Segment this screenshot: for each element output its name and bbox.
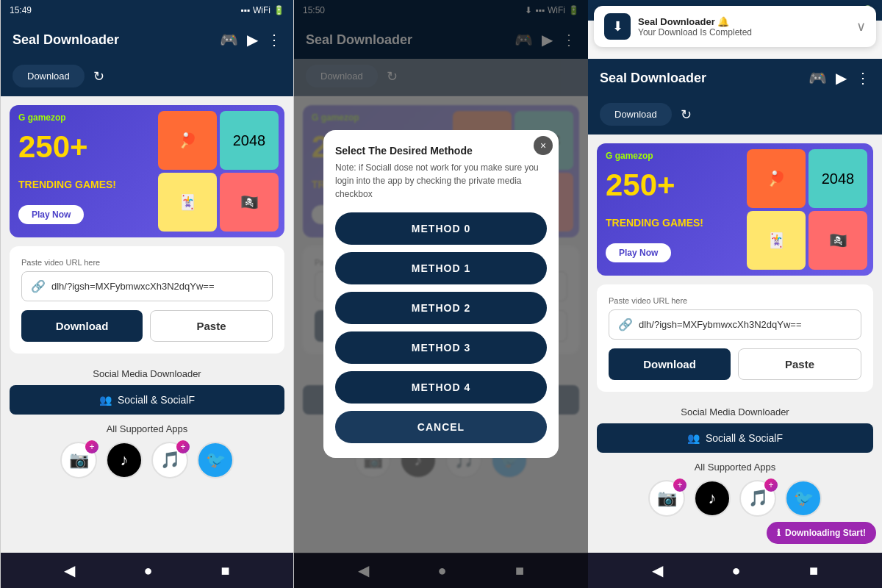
ad-number-1: 250+: [18, 132, 88, 162]
paste-button-1[interactable]: Paste: [150, 310, 273, 342]
download-button-1[interactable]: Download: [21, 310, 143, 342]
method-1-btn[interactable]: METHOD 1: [335, 252, 547, 284]
top-download-button-1[interactable]: Download: [12, 65, 85, 87]
url-label-1: Paste video URL here: [21, 258, 273, 267]
game-icon-3b: 2048: [808, 149, 867, 208]
ad-number-3: 250+: [606, 170, 675, 201]
download-bar-3: Download ↻: [588, 97, 882, 135]
game-icon-1: 🏓: [158, 111, 217, 170]
social-title-3: Social Media Downloader: [597, 406, 873, 417]
method-4-btn[interactable]: METHOD 4: [335, 371, 547, 404]
link-icon-1: 🔗: [31, 279, 46, 293]
recents-button-1[interactable]: ■: [220, 562, 229, 579]
social-title-1: Social Media Downloader: [10, 368, 284, 379]
game-icon-3a: 🏓: [747, 149, 806, 208]
insta-plus-3: +: [673, 478, 686, 492]
url-value-3: dlh/?igsh=MXFybmwxcXh3N2dqYw==: [639, 319, 852, 330]
ad-banner-3: × G gamezop 250+ TRENDING GAMES! Play No…: [597, 143, 873, 276]
url-label-3: Paste video URL here: [609, 296, 861, 305]
cancel-btn[interactable]: CANCEL: [335, 411, 547, 443]
url-actions-1: Download Paste: [21, 310, 273, 342]
url-section-3: Paste video URL here 🔗 dlh/?igsh=MXFybmw…: [597, 284, 873, 392]
nav-bar-1: ◀ ● ■: [1, 553, 293, 588]
phone-1: 15:49 ▪▪▪ WiFi 🔋 Seal Downloader 🎮 ▶ ⋮ D…: [0, 0, 294, 588]
home-button-1[interactable]: ●: [143, 562, 152, 579]
social-section-3: Social Media Downloader 👥 Sociall & Soci…: [597, 401, 873, 523]
content-3: × G gamezop 250+ TRENDING GAMES! Play No…: [588, 135, 882, 553]
ad-games-3: 🏓 2048 🃏 🏴‍☠️: [741, 143, 873, 276]
refresh-icon-3[interactable]: ↻: [681, 107, 692, 123]
url-input-container-1[interactable]: 🔗 dlh/?igsh=MXFybmwxcXh3N2dqYw==: [21, 271, 273, 301]
status-icons-1: ▪▪▪ WiFi 🔋: [240, 5, 284, 15]
people-icon-1: 👥: [99, 394, 112, 406]
social-button-1[interactable]: 👥 Sociall & SocialF: [10, 385, 284, 415]
time-1: 15:49: [10, 5, 32, 15]
status-bar-1: 15:49 ▪▪▪ WiFi 🔋: [1, 0, 293, 21]
app-title-3: Seal Downloader: [600, 71, 800, 86]
paste-button-3[interactable]: Paste: [738, 348, 861, 380]
gamepad-icon-3[interactable]: 🎮: [808, 69, 827, 87]
method-modal: × Select The Desired Methode Note: if So…: [323, 130, 559, 458]
url-actions-3: Download Paste: [609, 348, 861, 380]
phone-3: 15:50 ▪▪▪ WiFi 🔋 ⬇ Seal Downloader 🔔 You…: [588, 0, 882, 588]
social-section-1: Social Media Downloader 👥 Sociall & Soci…: [10, 362, 284, 484]
tiktok-icon-3: ♪: [694, 480, 731, 517]
social-btn-label-1: Sociall & SocialF: [118, 394, 195, 406]
ad-play-btn-3[interactable]: Play Now: [606, 243, 671, 262]
top-download-button-3[interactable]: Download: [600, 103, 672, 126]
app-icons-1: 📷 + ♪ 🎵 + 🐦: [10, 442, 284, 478]
url-section-1: Paste video URL here 🔗 dlh/?igsh=MXFybmw…: [10, 246, 284, 354]
back-button-1[interactable]: ◀: [64, 562, 75, 579]
modal-close-btn[interactable]: ×: [534, 136, 553, 155]
game-icon-2: 2048: [220, 111, 279, 170]
video-icon-3[interactable]: ▶: [836, 69, 847, 87]
back-button-3[interactable]: ◀: [652, 562, 663, 579]
supported-title-1: All Supported Apps: [10, 423, 284, 434]
social-btn-label-3: Sociall & SocialF: [706, 432, 783, 444]
notif-content-3: Seal Downloader 🔔 Your Download Is Compl…: [638, 16, 849, 37]
wifi-icon: WiFi: [253, 5, 270, 15]
modal-overlay-2: × Select The Desired Methode Note: if So…: [294, 0, 588, 588]
ad-logo-3: G gamezop: [606, 151, 653, 161]
game-icon-3c: 🃏: [747, 211, 806, 270]
toast-label-3: Downloading Start!: [785, 528, 866, 538]
other-icon-3: 🎵 +: [739, 480, 776, 517]
notification-3[interactable]: ⬇ Seal Downloader 🔔 Your Download Is Com…: [594, 6, 876, 47]
download-button-3[interactable]: Download: [609, 348, 731, 380]
signal-icon: ▪▪▪: [240, 5, 250, 15]
game-icon-4: 🏴‍☠️: [220, 173, 279, 232]
home-button-3[interactable]: ●: [731, 562, 740, 579]
twitter-icon-3: 🐦: [785, 480, 822, 517]
ad-tagline-1: TRENDING GAMES!: [18, 179, 116, 190]
recents-button-3[interactable]: ■: [809, 562, 818, 579]
content-1: × G gamezop 250+ TRENDING GAMES! Play No…: [1, 96, 293, 553]
notif-icon-3: ⬇: [604, 13, 631, 40]
ad-games-1: 🏓 2048 🃏 🏴‍☠️: [152, 105, 284, 237]
method-2-btn[interactable]: METHOD 2: [335, 292, 547, 324]
ad-logo-1: G gamezop: [18, 112, 66, 123]
app-bar-3: Seal Downloader 🎮 ▶ ⋮: [588, 59, 882, 97]
video-icon-1[interactable]: ▶: [247, 31, 258, 49]
notif-chevron-3: ∨: [856, 18, 866, 35]
other-plus-1: +: [176, 440, 190, 453]
instagram-icon-3: 📷 +: [648, 480, 685, 517]
twitter-icon-1: 🐦: [197, 442, 234, 478]
refresh-icon-1[interactable]: ↻: [93, 68, 104, 85]
gamepad-icon-1[interactable]: 🎮: [220, 31, 238, 49]
social-button-3[interactable]: 👥 Sociall & SocialF: [597, 423, 873, 453]
game-icon-3: 🃏: [158, 173, 217, 232]
url-value-1: dlh/?igsh=MXFybmwxcXh3N2dqYw==: [51, 281, 263, 292]
menu-icon-1[interactable]: ⋮: [267, 31, 282, 49]
method-0-btn[interactable]: METHOD 0: [335, 212, 547, 245]
modal-desc: Note: if Sociall dose not work for you m…: [335, 161, 547, 201]
ad-tagline-3: TRENDING GAMES!: [606, 217, 703, 229]
app-icons-3: 📷 + ♪ 🎵 + 🐦: [597, 480, 873, 517]
link-icon-3: 🔗: [618, 318, 633, 331]
modal-header: Select The Desired Methode: [335, 145, 547, 157]
download-bar-1: Download ↻: [1, 59, 293, 96]
ad-play-btn-1[interactable]: Play Now: [18, 205, 84, 224]
url-input-container-3[interactable]: 🔗 dlh/?igsh=MXFybmwxcXh3N2dqYw==: [609, 309, 861, 340]
method-3-btn[interactable]: METHOD 3: [335, 331, 547, 364]
menu-icon-3[interactable]: ⋮: [856, 69, 870, 87]
supported-title-3: All Supported Apps: [597, 462, 873, 473]
